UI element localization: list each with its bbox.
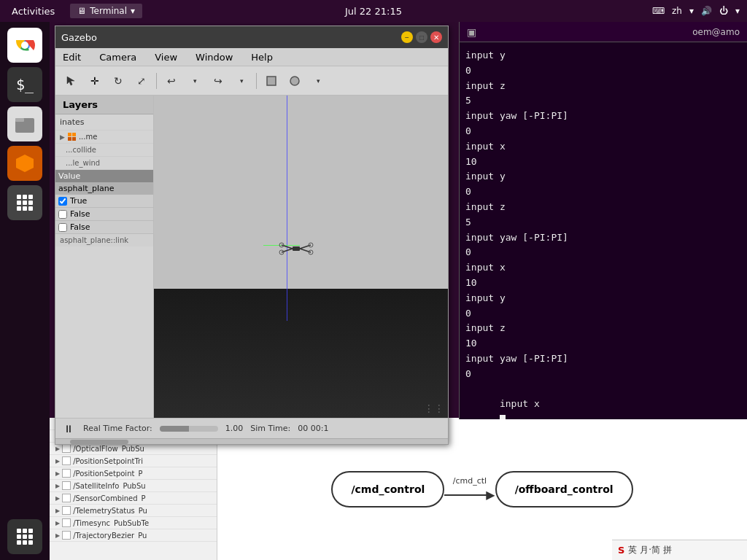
sogou-input-bar[interactable]: S 英 月·简 拼 <box>612 540 747 560</box>
node-checkbox-9[interactable] <box>62 531 71 540</box>
ros-node-8[interactable]: /Timesync_PubSubTe <box>50 517 217 529</box>
arrow-head-icon: ▶ <box>486 488 495 502</box>
terminal-label: Terminal <box>90 6 127 16</box>
ros-node-9[interactable]: /TrajectoryBezier_Pu <box>50 529 217 542</box>
flow-arrow-line: ▶ <box>444 488 495 502</box>
node-checkbox-3[interactable] <box>62 456 71 465</box>
dock-terminal[interactable]: $_ <box>7 67 42 102</box>
gazebo-title: Gazebo <box>61 32 97 43</box>
activities-button[interactable]: Activities <box>7 4 59 18</box>
scale-tool-button[interactable]: ⤢ <box>131 71 152 91</box>
chevron-8 <box>55 519 60 526</box>
simtime-label: Sim Time: <box>250 424 290 433</box>
ros-node-3[interactable]: /PositionSetpointTri <box>50 455 217 467</box>
term-line-4: input yaw [-PI:PI] <box>465 109 741 124</box>
keyboard-icon: ⌨ <box>652 6 665 16</box>
lang-label: zh <box>672 6 682 16</box>
term-line-18: input z <box>465 321 741 336</box>
layer-item-3[interactable]: ...le_wind <box>55 157 153 170</box>
checkbox-false-1[interactable]: False <box>55 208 153 221</box>
term-line-2: input z <box>465 79 741 94</box>
dock-apps-grid[interactable] <box>7 519 42 554</box>
layers-tab[interactable]: Layers <box>55 96 153 114</box>
false-label-1: False <box>70 209 90 219</box>
node-name-3: /PositionSetpointTri <box>73 457 143 465</box>
horizontal-scrollbar[interactable] <box>55 438 448 444</box>
false-checkbox-2[interactable] <box>58 223 67 232</box>
gazebo-3d-viewport[interactable]: ⋮⋮ <box>154 96 448 418</box>
gazebo-menubar: Edit Camera View Window Help <box>55 48 448 66</box>
dock-files[interactable] <box>7 106 42 141</box>
term-line-11: 5 <box>465 215 741 230</box>
terminal-body[interactable]: input y 0 input z 5 input yaw [-PI:PI] 0… <box>460 42 747 419</box>
node-name-2: /OpticalFlow_PubSu <box>73 445 144 453</box>
node-checkbox-2[interactable] <box>62 444 71 453</box>
terminal-title-icon: ▣ <box>467 26 476 38</box>
dock-cube-app[interactable] <box>7 185 42 220</box>
undo-button[interactable]: ↩ <box>161 71 182 91</box>
gazebo-left-panel: Layers inates ▶ ...me ...collide ...le_w… <box>55 96 154 418</box>
menu-window[interactable]: Window <box>192 50 236 64</box>
sogou-text: 英 月·简 拼 <box>628 544 671 556</box>
move-tool-button[interactable]: ✛ <box>85 71 105 91</box>
term-line-3: 5 <box>465 93 741 109</box>
node-checkbox-7[interactable] <box>62 506 71 515</box>
checkbox-false-2[interactable]: False <box>55 221 153 234</box>
gazebo-statusbar: ⏸ Real Time Factor: 1.00 Sim Time: 00 00… <box>55 418 448 438</box>
term-line-8: input y <box>465 169 741 184</box>
ros-node-4[interactable]: /PositionSetpoint_P <box>50 467 217 480</box>
node-checkbox-8[interactable] <box>62 518 71 527</box>
chevron-9 <box>55 532 60 539</box>
ros-node-6[interactable]: /SensorCombined_P <box>50 492 217 505</box>
minimize-button[interactable]: − <box>401 31 413 43</box>
panel-link[interactable]: asphalt_plane::link <box>55 234 153 246</box>
term-line-7: 10 <box>465 155 741 170</box>
apps-grid-icon <box>15 527 34 546</box>
menu-edit[interactable]: Edit <box>59 50 85 64</box>
node-checkbox-5[interactable] <box>62 481 71 490</box>
menu-help[interactable]: Help <box>247 50 276 64</box>
false-checkbox-1[interactable] <box>58 210 67 219</box>
chevron-6 <box>55 494 60 502</box>
term-line-1: 0 <box>465 63 741 79</box>
ros-node-7[interactable]: /TelemetryStatus_Pu <box>50 505 217 517</box>
term-line-17: 0 <box>465 306 741 322</box>
layer-name-2: ...collide <box>66 146 96 154</box>
svg-point-2 <box>21 42 28 49</box>
box-tool-button[interactable] <box>261 71 282 91</box>
undo-dropdown[interactable]: ▾ <box>185 71 205 91</box>
menu-camera[interactable]: Camera <box>96 50 140 64</box>
close-button[interactable]: ✕ <box>430 31 442 43</box>
svg-rect-9 <box>293 246 300 251</box>
term-line-22: input x <box>465 382 741 419</box>
dock-orange-app[interactable] <box>7 146 42 181</box>
resize-handle[interactable]: ⋮⋮ <box>424 402 444 414</box>
layer-name-3: ...le_wind <box>66 159 100 167</box>
svg-text:✛: ✛ <box>90 75 99 87</box>
more-tools-button[interactable]: ▾ <box>308 71 328 91</box>
dock-chrome[interactable] <box>7 28 42 63</box>
node-checkbox-6[interactable] <box>62 494 71 502</box>
layer-item-2[interactable]: ...collide <box>55 144 153 157</box>
pause-button[interactable]: ⏸ <box>61 421 76 436</box>
rotate-tool-button[interactable]: ↻ <box>108 71 128 91</box>
scroll-thumb[interactable] <box>70 440 128 444</box>
maximize-button[interactable]: □ <box>416 31 427 43</box>
flow-arrow: /cmd_ctl ▶ <box>444 476 495 502</box>
flow-node-cmd-control: /cmd_control <box>331 471 444 508</box>
node-checkbox-4[interactable] <box>62 469 71 478</box>
chevron-2 <box>55 445 60 452</box>
taskbar-terminal[interactable]: 🖥 Terminal ▾ <box>70 4 142 18</box>
ros-node-5[interactable]: /SatelliteInfo_PubSu <box>50 480 217 492</box>
redo-button[interactable]: ↪ <box>208 71 228 91</box>
sphere-tool-button[interactable] <box>285 71 305 91</box>
volume-icon: 🔊 <box>701 6 712 16</box>
redo-dropdown[interactable]: ▾ <box>231 71 252 91</box>
menu-view[interactable]: View <box>151 50 181 64</box>
layer-item-1[interactable]: ▶ ...me <box>55 131 153 144</box>
term-line-14: input x <box>465 260 741 276</box>
checkbox-true[interactable]: True <box>55 195 153 208</box>
true-checkbox[interactable] <box>58 197 67 206</box>
select-tool-button[interactable] <box>61 71 82 91</box>
node-name-6: /SensorCombined_P <box>73 494 145 502</box>
